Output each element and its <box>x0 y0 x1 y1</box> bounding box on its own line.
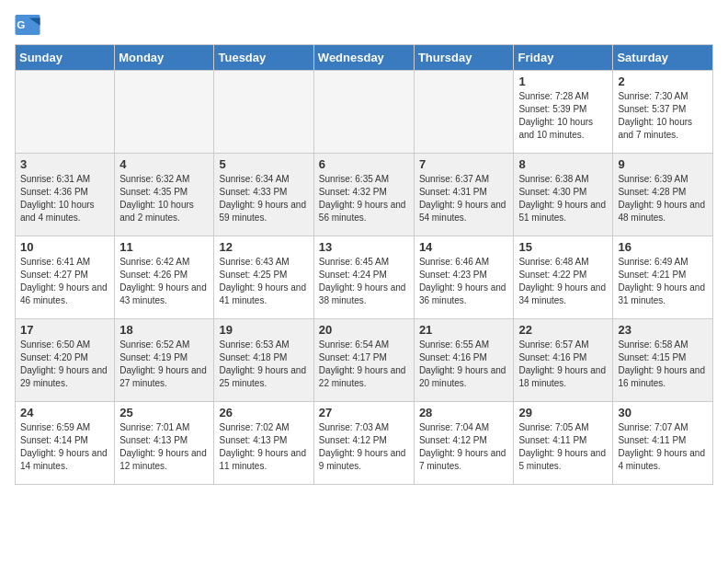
day-info: Sunrise: 6:43 AM Sunset: 4:25 PM Dayligh… <box>219 256 308 307</box>
calendar-cell: 22Sunrise: 6:57 AM Sunset: 4:16 PM Dayli… <box>514 319 613 402</box>
calendar-cell: 3Sunrise: 6:31 AM Sunset: 4:36 PM Daylig… <box>16 154 115 236</box>
day-number: 25 <box>119 406 209 419</box>
calendar-week-row: 1Sunrise: 7:28 AM Sunset: 5:39 PM Daylig… <box>16 71 713 154</box>
day-info: Sunrise: 6:34 AM Sunset: 4:33 PM Dayligh… <box>219 173 308 224</box>
day-number: 18 <box>119 323 209 337</box>
calendar-day-header: Monday <box>115 45 214 71</box>
calendar-day-header: Tuesday <box>214 45 313 71</box>
day-info: Sunrise: 6:49 AM Sunset: 4:21 PM Dayligh… <box>618 256 708 307</box>
calendar-cell <box>414 71 514 154</box>
day-number: 4 <box>119 157 209 171</box>
calendar-cell: 10Sunrise: 6:41 AM Sunset: 4:27 PM Dayli… <box>16 236 115 319</box>
calendar-cell: 30Sunrise: 7:07 AM Sunset: 4:11 PM Dayli… <box>613 402 713 485</box>
calendar-cell: 8Sunrise: 6:38 AM Sunset: 4:30 PM Daylig… <box>514 154 613 236</box>
calendar-cell: 12Sunrise: 6:43 AM Sunset: 4:25 PM Dayli… <box>214 236 313 319</box>
day-number: 9 <box>618 157 708 171</box>
calendar-cell <box>16 71 115 154</box>
calendar-cell: 9Sunrise: 6:39 AM Sunset: 4:28 PM Daylig… <box>613 154 713 236</box>
day-number: 21 <box>419 323 509 337</box>
calendar-day-header: Thursday <box>414 45 514 71</box>
calendar-cell: 21Sunrise: 6:55 AM Sunset: 4:16 PM Dayli… <box>414 319 514 402</box>
calendar-cell: 26Sunrise: 7:02 AM Sunset: 4:13 PM Dayli… <box>214 402 313 485</box>
calendar-week-row: 3Sunrise: 6:31 AM Sunset: 4:36 PM Daylig… <box>16 154 713 236</box>
day-info: Sunrise: 6:55 AM Sunset: 4:16 PM Dayligh… <box>419 339 509 390</box>
day-info: Sunrise: 7:03 AM Sunset: 4:12 PM Dayligh… <box>319 421 409 473</box>
calendar-cell: 24Sunrise: 6:59 AM Sunset: 4:14 PM Dayli… <box>16 402 115 485</box>
calendar-day-header: Wednesday <box>313 45 414 71</box>
day-number: 29 <box>518 406 608 419</box>
calendar-cell: 1Sunrise: 7:28 AM Sunset: 5:39 PM Daylig… <box>514 71 613 154</box>
calendar-day-header: Saturday <box>613 45 713 71</box>
day-info: Sunrise: 7:07 AM Sunset: 4:11 PM Dayligh… <box>618 421 708 473</box>
day-info: Sunrise: 6:31 AM Sunset: 4:36 PM Dayligh… <box>20 173 109 224</box>
calendar-cell: 5Sunrise: 6:34 AM Sunset: 4:33 PM Daylig… <box>214 154 313 236</box>
day-info: Sunrise: 6:39 AM Sunset: 4:28 PM Dayligh… <box>618 173 708 224</box>
calendar-cell <box>214 71 313 154</box>
day-number: 6 <box>319 157 409 171</box>
calendar-week-row: 10Sunrise: 6:41 AM Sunset: 4:27 PM Dayli… <box>16 236 713 319</box>
day-info: Sunrise: 7:30 AM Sunset: 5:37 PM Dayligh… <box>618 90 708 142</box>
svg-text:G: G <box>17 18 25 31</box>
day-number: 24 <box>20 406 109 419</box>
day-info: Sunrise: 6:59 AM Sunset: 4:14 PM Dayligh… <box>20 421 109 473</box>
day-number: 20 <box>319 323 409 337</box>
calendar-cell: 14Sunrise: 6:46 AM Sunset: 4:23 PM Dayli… <box>414 236 514 319</box>
calendar-cell: 29Sunrise: 7:05 AM Sunset: 4:11 PM Dayli… <box>514 402 613 485</box>
day-info: Sunrise: 6:50 AM Sunset: 4:20 PM Dayligh… <box>20 339 109 390</box>
day-number: 23 <box>618 323 708 337</box>
day-info: Sunrise: 7:28 AM Sunset: 5:39 PM Dayligh… <box>518 90 608 142</box>
day-info: Sunrise: 6:57 AM Sunset: 4:16 PM Dayligh… <box>518 339 608 390</box>
day-number: 19 <box>219 323 308 337</box>
calendar-cell: 6Sunrise: 6:35 AM Sunset: 4:32 PM Daylig… <box>313 154 414 236</box>
day-number: 13 <box>319 240 409 254</box>
calendar-cell: 18Sunrise: 6:52 AM Sunset: 4:19 PM Dayli… <box>115 319 214 402</box>
day-number: 1 <box>518 75 608 88</box>
day-number: 27 <box>319 406 409 419</box>
day-info: Sunrise: 6:54 AM Sunset: 4:17 PM Dayligh… <box>319 339 409 390</box>
calendar-cell: 2Sunrise: 7:30 AM Sunset: 5:37 PM Daylig… <box>613 71 713 154</box>
day-number: 22 <box>518 323 608 337</box>
day-info: Sunrise: 7:05 AM Sunset: 4:11 PM Dayligh… <box>518 421 608 473</box>
calendar-cell: 17Sunrise: 6:50 AM Sunset: 4:20 PM Dayli… <box>16 319 115 402</box>
calendar-cell: 28Sunrise: 7:04 AM Sunset: 4:12 PM Dayli… <box>414 402 514 485</box>
day-info: Sunrise: 6:58 AM Sunset: 4:15 PM Dayligh… <box>618 339 708 390</box>
day-info: Sunrise: 6:48 AM Sunset: 4:22 PM Dayligh… <box>518 256 608 307</box>
calendar-cell: 23Sunrise: 6:58 AM Sunset: 4:15 PM Dayli… <box>613 319 713 402</box>
logo: G <box>15 15 44 35</box>
calendar-day-header: Sunday <box>16 45 115 71</box>
calendar-cell: 13Sunrise: 6:45 AM Sunset: 4:24 PM Dayli… <box>313 236 414 319</box>
calendar-cell: 15Sunrise: 6:48 AM Sunset: 4:22 PM Dayli… <box>514 236 613 319</box>
day-number: 28 <box>419 406 509 419</box>
calendar-table: SundayMondayTuesdayWednesdayThursdayFrid… <box>15 44 713 485</box>
day-info: Sunrise: 6:46 AM Sunset: 4:23 PM Dayligh… <box>419 256 509 307</box>
day-info: Sunrise: 6:45 AM Sunset: 4:24 PM Dayligh… <box>319 256 409 307</box>
day-info: Sunrise: 6:53 AM Sunset: 4:18 PM Dayligh… <box>219 339 308 390</box>
calendar-week-row: 24Sunrise: 6:59 AM Sunset: 4:14 PM Dayli… <box>16 402 713 485</box>
calendar-cell: 7Sunrise: 6:37 AM Sunset: 4:31 PM Daylig… <box>414 154 514 236</box>
calendar-cell <box>115 71 214 154</box>
day-number: 5 <box>219 157 308 171</box>
calendar-week-row: 17Sunrise: 6:50 AM Sunset: 4:20 PM Dayli… <box>16 319 713 402</box>
day-number: 16 <box>618 240 708 254</box>
day-number: 14 <box>419 240 509 254</box>
logo-icon: G <box>15 15 40 35</box>
page-header: G <box>15 15 713 35</box>
day-number: 11 <box>119 240 209 254</box>
day-info: Sunrise: 7:04 AM Sunset: 4:12 PM Dayligh… <box>419 421 509 473</box>
calendar-cell: 19Sunrise: 6:53 AM Sunset: 4:18 PM Dayli… <box>214 319 313 402</box>
day-info: Sunrise: 7:02 AM Sunset: 4:13 PM Dayligh… <box>219 421 308 473</box>
day-number: 17 <box>20 323 109 337</box>
calendar-cell: 4Sunrise: 6:32 AM Sunset: 4:35 PM Daylig… <box>115 154 214 236</box>
day-info: Sunrise: 6:32 AM Sunset: 4:35 PM Dayligh… <box>119 173 209 224</box>
calendar-cell: 16Sunrise: 6:49 AM Sunset: 4:21 PM Dayli… <box>613 236 713 319</box>
day-info: Sunrise: 6:38 AM Sunset: 4:30 PM Dayligh… <box>518 173 608 224</box>
calendar-cell <box>313 71 414 154</box>
calendar-day-header: Friday <box>514 45 613 71</box>
day-number: 7 <box>419 157 509 171</box>
day-number: 26 <box>219 406 308 419</box>
day-number: 3 <box>20 157 109 171</box>
day-number: 8 <box>518 157 608 171</box>
day-number: 12 <box>219 240 308 254</box>
calendar-cell: 20Sunrise: 6:54 AM Sunset: 4:17 PM Dayli… <box>313 319 414 402</box>
day-number: 30 <box>618 406 708 419</box>
